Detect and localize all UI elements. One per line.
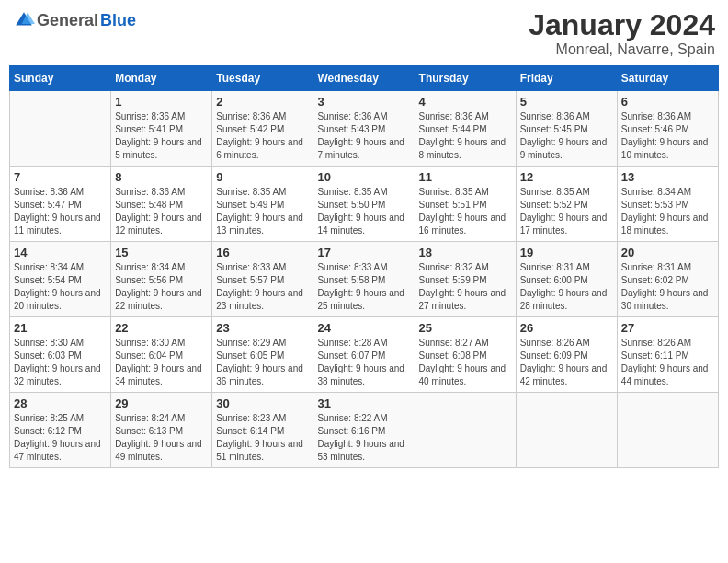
day-number: 7	[14, 170, 107, 184]
calendar-cell: 15Sunrise: 8:34 AMSunset: 5:56 PMDayligh…	[111, 242, 212, 317]
day-number: 2	[216, 95, 309, 109]
day-info: Sunrise: 8:34 AMSunset: 5:54 PMDaylight:…	[14, 261, 107, 313]
calendar-week-row: 14Sunrise: 8:34 AMSunset: 5:54 PMDayligh…	[10, 242, 719, 317]
calendar-cell: 4Sunrise: 8:36 AMSunset: 5:44 PMDaylight…	[415, 91, 516, 167]
day-number: 4	[419, 95, 512, 109]
day-number: 23	[216, 321, 309, 335]
day-info: Sunrise: 8:36 AMSunset: 5:45 PMDaylight:…	[520, 110, 613, 162]
day-number: 5	[520, 95, 613, 109]
calendar-cell: 17Sunrise: 8:33 AMSunset: 5:58 PMDayligh…	[313, 242, 415, 317]
calendar-cell: 19Sunrise: 8:31 AMSunset: 6:00 PMDayligh…	[516, 242, 617, 317]
calendar-week-row: 28Sunrise: 8:25 AMSunset: 6:12 PMDayligh…	[10, 393, 719, 468]
day-info: Sunrise: 8:32 AMSunset: 5:59 PMDaylight:…	[419, 261, 512, 313]
calendar-cell: 18Sunrise: 8:32 AMSunset: 5:59 PMDayligh…	[415, 242, 516, 317]
title-area: January 2024 Monreal, Navarre, Spain	[529, 9, 715, 58]
day-info: Sunrise: 8:35 AMSunset: 5:51 PMDaylight:…	[419, 186, 512, 237]
day-info: Sunrise: 8:34 AMSunset: 5:53 PMDaylight:…	[621, 186, 714, 237]
calendar-cell: 7Sunrise: 8:36 AMSunset: 5:47 PMDaylight…	[10, 167, 111, 242]
day-number: 13	[621, 170, 714, 184]
day-number: 30	[216, 396, 309, 410]
calendar-cell	[617, 393, 718, 468]
calendar-cell: 25Sunrise: 8:27 AMSunset: 6:08 PMDayligh…	[415, 317, 516, 393]
day-number: 1	[115, 95, 208, 109]
calendar-cell: 20Sunrise: 8:31 AMSunset: 6:02 PMDayligh…	[617, 242, 718, 317]
calendar-cell: 30Sunrise: 8:23 AMSunset: 6:14 PMDayligh…	[212, 393, 313, 468]
weekday-header-row: SundayMondayTuesdayWednesdayThursdayFrid…	[10, 66, 719, 91]
day-number: 25	[419, 321, 512, 335]
day-info: Sunrise: 8:34 AMSunset: 5:56 PMDaylight:…	[115, 261, 208, 313]
calendar-cell: 9Sunrise: 8:35 AMSunset: 5:49 PMDaylight…	[212, 167, 313, 242]
logo-icon	[13, 9, 35, 31]
day-info: Sunrise: 8:25 AMSunset: 6:12 PMDaylight:…	[14, 412, 107, 464]
day-info: Sunrise: 8:35 AMSunset: 5:49 PMDaylight:…	[216, 186, 309, 237]
day-number: 24	[317, 321, 410, 335]
day-info: Sunrise: 8:26 AMSunset: 6:09 PMDaylight:…	[520, 337, 613, 388]
weekday-header-wednesday: Wednesday	[313, 66, 415, 91]
day-number: 22	[115, 321, 208, 335]
day-number: 12	[520, 170, 613, 184]
calendar-week-row: 21Sunrise: 8:30 AMSunset: 6:03 PMDayligh…	[10, 317, 719, 393]
day-info: Sunrise: 8:35 AMSunset: 5:52 PMDaylight:…	[520, 186, 613, 237]
calendar-cell: 22Sunrise: 8:30 AMSunset: 6:04 PMDayligh…	[111, 317, 212, 393]
day-number: 20	[621, 246, 714, 259]
day-info: Sunrise: 8:36 AMSunset: 5:46 PMDaylight:…	[621, 110, 714, 162]
month-title: January 2024	[529, 9, 715, 41]
weekday-header-thursday: Thursday	[415, 66, 516, 91]
calendar-cell: 26Sunrise: 8:26 AMSunset: 6:09 PMDayligh…	[516, 317, 617, 393]
calendar-week-row: 1Sunrise: 8:36 AMSunset: 5:41 PMDaylight…	[10, 91, 719, 167]
logo-general-text: General	[37, 11, 98, 30]
weekday-header-sunday: Sunday	[10, 66, 111, 91]
calendar-cell: 23Sunrise: 8:29 AMSunset: 6:05 PMDayligh…	[212, 317, 313, 393]
calendar-cell: 13Sunrise: 8:34 AMSunset: 5:53 PMDayligh…	[617, 167, 718, 242]
day-number: 31	[317, 396, 410, 410]
day-number: 11	[419, 170, 512, 184]
day-number: 21	[14, 321, 107, 335]
calendar-cell: 6Sunrise: 8:36 AMSunset: 5:46 PMDaylight…	[617, 91, 718, 167]
calendar-cell: 10Sunrise: 8:35 AMSunset: 5:50 PMDayligh…	[313, 167, 415, 242]
day-info: Sunrise: 8:36 AMSunset: 5:41 PMDaylight:…	[115, 110, 208, 162]
header: General Blue January 2024 Monreal, Navar…	[9, 9, 719, 58]
day-info: Sunrise: 8:36 AMSunset: 5:48 PMDaylight:…	[115, 186, 208, 237]
day-number: 3	[317, 95, 410, 109]
day-number: 16	[216, 246, 309, 259]
day-info: Sunrise: 8:33 AMSunset: 5:57 PMDaylight:…	[216, 261, 309, 313]
location-title: Monreal, Navarre, Spain	[529, 41, 715, 58]
day-info: Sunrise: 8:36 AMSunset: 5:44 PMDaylight:…	[419, 110, 512, 162]
day-info: Sunrise: 8:31 AMSunset: 6:00 PMDaylight:…	[520, 261, 613, 313]
weekday-header-monday: Monday	[111, 66, 212, 91]
calendar-cell: 28Sunrise: 8:25 AMSunset: 6:12 PMDayligh…	[10, 393, 111, 468]
logo: General Blue	[13, 9, 136, 31]
calendar-cell	[10, 91, 111, 167]
calendar-table: SundayMondayTuesdayWednesdayThursdayFrid…	[9, 65, 719, 468]
day-info: Sunrise: 8:28 AMSunset: 6:07 PMDaylight:…	[317, 337, 410, 388]
calendar-cell: 31Sunrise: 8:22 AMSunset: 6:16 PMDayligh…	[313, 393, 415, 468]
day-info: Sunrise: 8:26 AMSunset: 6:11 PMDaylight:…	[621, 337, 714, 388]
day-number: 14	[14, 246, 107, 259]
calendar-cell: 14Sunrise: 8:34 AMSunset: 5:54 PMDayligh…	[10, 242, 111, 317]
weekday-header-saturday: Saturday	[617, 66, 718, 91]
weekday-header-friday: Friday	[516, 66, 617, 91]
day-number: 6	[621, 95, 714, 109]
calendar-cell: 5Sunrise: 8:36 AMSunset: 5:45 PMDaylight…	[516, 91, 617, 167]
day-number: 8	[115, 170, 208, 184]
day-number: 18	[419, 246, 512, 259]
day-number: 27	[621, 321, 714, 335]
day-info: Sunrise: 8:30 AMSunset: 6:03 PMDaylight:…	[14, 337, 107, 388]
day-number: 28	[14, 396, 107, 410]
calendar-cell: 8Sunrise: 8:36 AMSunset: 5:48 PMDaylight…	[111, 167, 212, 242]
weekday-header-tuesday: Tuesday	[212, 66, 313, 91]
calendar-cell: 24Sunrise: 8:28 AMSunset: 6:07 PMDayligh…	[313, 317, 415, 393]
day-number: 19	[520, 246, 613, 259]
day-number: 15	[115, 246, 208, 259]
calendar-cell: 12Sunrise: 8:35 AMSunset: 5:52 PMDayligh…	[516, 167, 617, 242]
calendar-cell: 29Sunrise: 8:24 AMSunset: 6:13 PMDayligh…	[111, 393, 212, 468]
calendar-cell: 11Sunrise: 8:35 AMSunset: 5:51 PMDayligh…	[415, 167, 516, 242]
day-info: Sunrise: 8:35 AMSunset: 5:50 PMDaylight:…	[317, 186, 410, 237]
day-number: 17	[317, 246, 410, 259]
day-info: Sunrise: 8:36 AMSunset: 5:43 PMDaylight:…	[317, 110, 410, 162]
day-info: Sunrise: 8:23 AMSunset: 6:14 PMDaylight:…	[216, 412, 309, 464]
day-info: Sunrise: 8:27 AMSunset: 6:08 PMDaylight:…	[419, 337, 512, 388]
calendar-cell: 16Sunrise: 8:33 AMSunset: 5:57 PMDayligh…	[212, 242, 313, 317]
calendar-cell: 1Sunrise: 8:36 AMSunset: 5:41 PMDaylight…	[111, 91, 212, 167]
calendar-body: 1Sunrise: 8:36 AMSunset: 5:41 PMDaylight…	[10, 91, 719, 468]
